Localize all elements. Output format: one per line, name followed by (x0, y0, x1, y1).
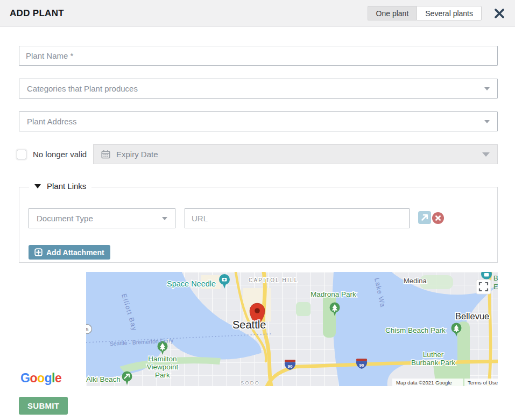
delete-icon (432, 212, 445, 225)
map-attribution: Map data ©2021 Google Terms of Use (392, 379, 498, 386)
add-attachment-button[interactable]: Add Attachment (29, 245, 110, 260)
attribution-text: Map data ©2021 Google (396, 380, 452, 386)
document-type-select[interactable]: Document Type (29, 208, 175, 228)
page-title: ADD PLANT (10, 8, 64, 19)
dialog-header: ADD PLANT One plant Several plants (0, 0, 515, 27)
external-link-icon (418, 211, 431, 224)
svg-text:90: 90 (359, 363, 364, 368)
no-longer-valid-checkbox[interactable] (17, 150, 26, 159)
label-chism-beach-park: Chism Beach Park (385, 326, 446, 334)
plant-name-field (19, 46, 498, 66)
label-madrona-park: Madrona Park (311, 290, 356, 298)
svg-text:5: 5 (86, 327, 89, 332)
chevron-down-icon (484, 87, 490, 90)
expiry-row: No longer valid Expiry Date (17, 144, 498, 164)
remove-attachment-button[interactable] (432, 212, 445, 225)
label-space-needle: Space Needle (167, 279, 216, 288)
svg-text:90: 90 (288, 364, 293, 369)
label-bellevue: Bellevue (455, 311, 489, 321)
one-plant-button[interactable]: One plant (368, 6, 417, 20)
hwy5-shield: 5 (86, 325, 92, 334)
add-plant-dialog: ADD PLANT One plant Several plants Categ… (0, 0, 515, 420)
label-luther-1: Luther (423, 351, 444, 359)
several-plants-button[interactable]: Several plants (417, 6, 482, 20)
plant-mode-toggle: One plant Several plants (368, 6, 482, 20)
close-button[interactable] (492, 6, 506, 20)
chevron-down-icon (482, 152, 490, 157)
plant-name-input[interactable] (19, 46, 497, 65)
plant-links-title: Plant Links (47, 181, 86, 191)
submit-button[interactable]: SUBMIT (19, 397, 68, 415)
open-link-button[interactable] (418, 211, 431, 224)
label-hamilton-2: Viewpoint (147, 363, 179, 371)
label-hamilton-1: Hamilton (148, 355, 177, 363)
close-icon (493, 8, 505, 19)
plus-square-icon (34, 248, 43, 256)
categories-placeholder: Categories that Plant produces (27, 84, 484, 93)
google-map[interactable]: 90 90 5 (86, 272, 498, 386)
url-field (185, 208, 410, 228)
collapse-triangle-icon[interactable] (34, 184, 41, 188)
no-longer-valid-label: No longer valid (33, 150, 87, 159)
expiry-date-select[interactable]: Expiry Date (93, 144, 498, 164)
label-hamilton-3: Park (155, 371, 170, 379)
plant-links-legend: Plant Links (29, 181, 91, 191)
document-type-placeholder: Document Type (37, 214, 162, 223)
plant-links-section: Plant Links Document Type (19, 187, 498, 263)
label-edge-partial-2: E (493, 283, 498, 291)
url-input[interactable] (185, 209, 409, 228)
expiry-placeholder: Expiry Date (116, 150, 476, 159)
categories-select[interactable]: Categories that Plant produces (19, 79, 498, 99)
label-capitol-hill: CAPITOL HILL (249, 277, 299, 283)
label-edge-partial-1: B (493, 274, 498, 282)
label-luther-2: Burbank Park (411, 359, 455, 367)
label-alki-beach: Alki Beach (86, 375, 121, 383)
fullscreen-button[interactable] (476, 279, 491, 294)
header-controls: One plant Several plants (368, 6, 506, 20)
chevron-down-icon (162, 217, 167, 220)
google-logo[interactable]: Google (20, 371, 61, 386)
terms-of-use-link[interactable]: Terms of Use (468, 380, 498, 386)
label-medina: Medina (404, 277, 427, 285)
calendar-icon (101, 150, 110, 159)
chevron-down-icon (484, 120, 490, 123)
add-attachment-label: Add Attachment (46, 248, 104, 257)
plant-address-placeholder: Plant Address (27, 117, 484, 126)
label-seattle: Seattle (232, 319, 266, 331)
plant-address-select[interactable]: Plant Address (19, 111, 498, 131)
label-sodo: SODO (241, 380, 260, 386)
